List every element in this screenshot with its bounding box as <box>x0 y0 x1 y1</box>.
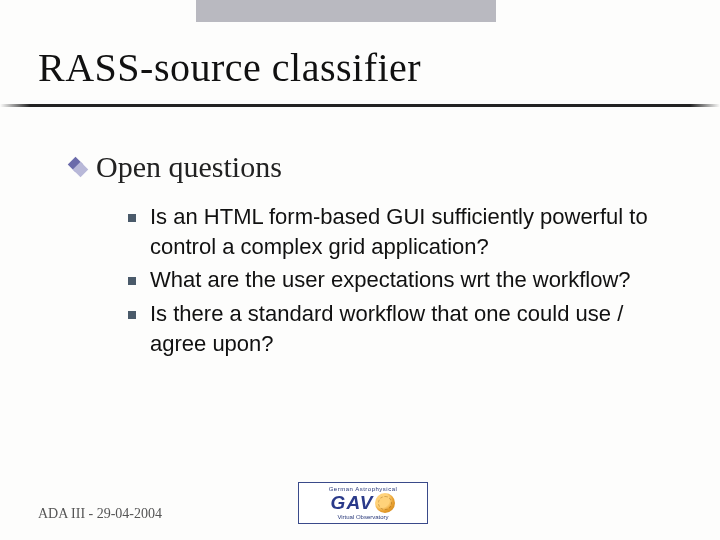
list-item: Is there a standard workflow that one co… <box>128 299 660 358</box>
section-heading-row: Open questions <box>70 150 660 184</box>
logo-text: GAV <box>331 492 374 514</box>
logo-main: GAV <box>331 492 396 514</box>
bullet-text: What are the user expectations wrt the w… <box>150 265 631 295</box>
bullet-list: Is an HTML form-based GUI sufficiently p… <box>128 202 660 358</box>
title-underline <box>0 104 720 107</box>
section-heading: Open questions <box>96 150 282 184</box>
decorative-top-bar <box>196 0 496 22</box>
footer-text: ADA III - 29-04-2004 <box>38 506 162 522</box>
gavo-logo: German Astrophysical GAV Virtual Observa… <box>298 482 428 524</box>
slide-title: RASS-source classifier <box>38 46 421 90</box>
square-bullet-icon <box>128 214 136 222</box>
list-item: What are the user expectations wrt the w… <box>128 265 660 295</box>
logo-bottom-text: Virtual Observatory <box>337 514 388 520</box>
bullet-text: Is there a standard workflow that one co… <box>150 299 660 358</box>
bullet-text: Is an HTML form-based GUI sufficiently p… <box>150 202 660 261</box>
list-item: Is an HTML form-based GUI sufficiently p… <box>128 202 660 261</box>
square-bullet-icon <box>128 277 136 285</box>
slide: RASS-source classifier Open questions Is… <box>0 0 720 540</box>
globe-icon <box>375 493 395 513</box>
footer: ADA III - 29-04-2004 German Astrophysica… <box>38 506 682 522</box>
square-bullet-icon <box>128 311 136 319</box>
diamond-bullet-icon <box>70 159 86 175</box>
content-section: Open questions Is an HTML form-based GUI… <box>70 150 660 362</box>
